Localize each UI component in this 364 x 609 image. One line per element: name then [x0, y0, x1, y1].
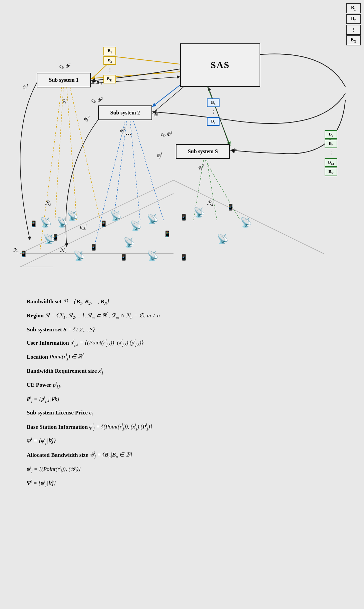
by-b1: B1	[103, 47, 116, 55]
n5-math: Point(rij) ∈ ℝ2	[49, 353, 84, 360]
notation-row-11: Φi = {φij|∀j}	[27, 436, 337, 446]
subsystem-1: Sub system 1	[37, 73, 91, 87]
n4-math: uij,k = {(Point(rij,k)), (xij,k),(pij,k)…	[70, 339, 143, 346]
bg-b13: B13	[325, 158, 337, 167]
psi-jS-label: ψjS	[157, 152, 162, 159]
tower-g3: 📡	[217, 234, 229, 245]
b-box-1: B1	[346, 3, 361, 13]
svg-line-18	[113, 121, 127, 220]
n6-bold: Bandwidth Requirement size	[27, 368, 97, 374]
cs-phis-label: cS, ΦS	[161, 131, 172, 137]
sas-title: SAS	[211, 60, 230, 70]
bb-b9: B9	[207, 117, 220, 126]
bg-dots: ⋮	[325, 149, 337, 158]
svg-line-21	[93, 121, 125, 250]
subsystem-2: Sub system 2	[98, 105, 152, 120]
phi-jS-label: φjS	[199, 164, 204, 170]
tower-g1: 📡	[194, 207, 205, 218]
psi-j1-label: ψj1	[23, 83, 28, 90]
svg-line-5	[110, 56, 188, 65]
n7-bold: UE Power	[27, 382, 51, 388]
ue-6: 📱	[180, 214, 188, 221]
tower-b2: 📡	[130, 220, 142, 231]
subsystem-s-label: Sub system S	[188, 148, 218, 155]
n2-bold: Region	[27, 312, 44, 319]
notation-row-9: Sub system License Price ci	[27, 408, 337, 418]
ue-10: 📱	[180, 254, 188, 261]
diagram-area: SAS Allocation Rule ω(·) Sub system 1 Su…	[0, 0, 364, 290]
notation-row-12: Allocated Bandwidth size 𝒴ij = {Bn|Bn ∈ …	[27, 450, 337, 460]
n10-math: φij = {(Point(rij)), (xij),(Pij)}	[89, 423, 152, 430]
notation-row-10: Base Station Information φij = {(Point(r…	[27, 422, 337, 432]
ue-7: 📱	[227, 204, 234, 211]
svg-line-11	[152, 83, 189, 113]
psi1-b11-label: Ψ1B11	[92, 79, 102, 86]
b-box-dots: ⋮	[346, 25, 361, 35]
n9-math: ci	[89, 409, 93, 416]
notation-row-8: Pij = {pij,k|∀k}	[27, 394, 337, 404]
ue-2: 📱	[52, 234, 59, 241]
n4-bold: User Information	[27, 339, 69, 346]
sas-box: SAS Allocation Rule ω(·)	[180, 43, 260, 87]
n8-math: Pij = {pij,k|∀k}	[27, 396, 59, 402]
n6-math: xij	[98, 368, 103, 374]
psi2-label: Ψ2	[153, 113, 158, 118]
tower-b3: 📡	[147, 214, 158, 225]
n11-math: Φi = {φij|∀j}	[27, 437, 56, 444]
notation-row-1: Bandwidth set ℬ = {B1, B2, ..., BN}	[27, 297, 337, 307]
ue-4: 📱	[100, 220, 107, 228]
bg-b8: B8	[325, 139, 337, 148]
svg-line-23	[207, 160, 217, 220]
notation-row-14: Ψi = {ψij|∀j}	[27, 478, 337, 488]
tower-y5: 📡	[73, 250, 85, 261]
tower-b1: 📡	[110, 210, 122, 221]
bg-bn: BN	[325, 168, 337, 176]
b-right-column: B1 B2 ⋮ BN	[346, 3, 361, 45]
bb-dots: ⋮	[207, 108, 220, 116]
page: SAS Allocation Rule ω(·) Sub system 1 Su…	[0, 0, 364, 609]
ue-3: 📱	[90, 244, 97, 251]
u-jk-label: uj,ki	[80, 224, 86, 230]
notation-row-2: Region ℛ = {ℛ1, ℛ2, ...}, ℛm ⊂ ℝ2, ℛm ∩ …	[27, 311, 337, 321]
b-green-group: B5 B8 ⋮ B13 BN	[325, 130, 337, 176]
notation-row-13: ψij = {(Point(rij)), (𝒴ij)}	[27, 464, 337, 474]
b-yellow-group: B1 B3 ⋮ B11	[103, 47, 116, 83]
notation-row-7: UE Power pij,k	[27, 380, 337, 390]
b-box-n: BN	[346, 35, 361, 45]
c1-phi1-label: c1, Φ1	[59, 63, 71, 69]
notation-row-4: User Information uij,k = {(Point(rij,k))…	[27, 338, 337, 348]
phi-j1-label: φj1	[63, 97, 68, 103]
n5-bold: Location	[27, 353, 48, 360]
b-box-2: B2	[346, 14, 361, 24]
psi-j2-label: ψj2	[84, 115, 89, 122]
n12-bold: Allocated Bandwidth size	[27, 451, 88, 458]
by-b11: B11	[103, 75, 116, 83]
tower-b5: 📡	[147, 250, 158, 261]
notation-row-6: Bandwidth Requirement size xij	[27, 366, 337, 376]
dots-center: ⋯	[125, 130, 132, 138]
ue-9: 📱	[120, 254, 127, 261]
by-dots: ⋮	[103, 65, 116, 74]
b-blue-group: B6 ⋮ B9	[207, 98, 220, 126]
bg-b5: B5	[325, 130, 337, 139]
by-b3: B3	[103, 56, 116, 65]
subsystem-s: Sub system S	[176, 144, 230, 159]
n10-bold: Base Station Information	[27, 423, 88, 430]
ue-1: 📱	[30, 220, 37, 228]
phi-j2-label: φj2	[120, 127, 125, 133]
notation-row-5: Location Point(rij) ∈ ℝ2	[27, 352, 337, 362]
ue-5: 📱	[163, 230, 171, 238]
svg-line-14	[55, 87, 63, 220]
n13-math: ψij = {(Point(rij)), (𝒴ij)}	[27, 466, 81, 472]
region-1-label: ℛ1	[13, 247, 19, 254]
notation-area: Bandwidth set ℬ = {B1, B2, ..., BN} Regi…	[0, 290, 364, 502]
n1-math: ℬ = {B1, B2, ..., BN}	[63, 298, 109, 305]
bb-b6: B6	[207, 98, 220, 107]
tower-g2: 📡	[240, 217, 252, 228]
svg-line-15	[67, 87, 77, 220]
svg-line-16	[70, 87, 100, 220]
tower-y1: 📡	[40, 217, 52, 228]
n3-math: S = {1,2,...,S}	[63, 326, 95, 333]
psiS-label: ΨS	[232, 148, 237, 154]
n3-bold: Sub system set	[27, 326, 62, 333]
